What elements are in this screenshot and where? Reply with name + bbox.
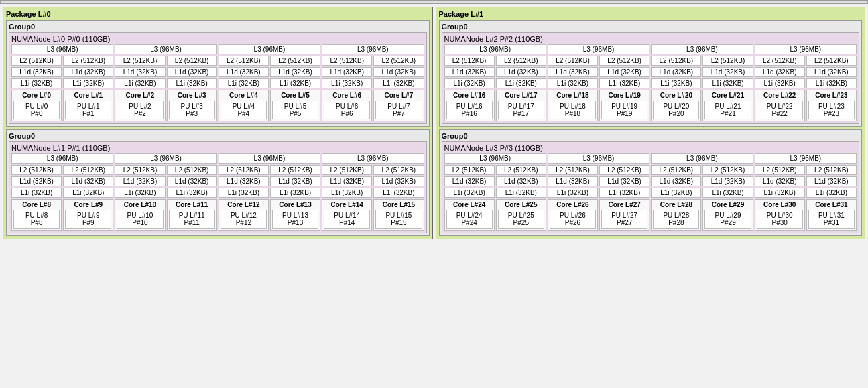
core-label: Core L#21 [704,92,751,99]
l1d-cell: L1d (32KB) [63,67,113,77]
pu-block: PU L#22 P#22 [757,101,803,119]
l2-cell: L2 (512KB) [270,56,320,66]
core-label: Core L#4 [221,92,267,99]
pu-block: PU L#13 P#13 [272,210,318,229]
l2-row: L2 (512KB)L2 (512KB)L2 (512KB)L2 (512KB)… [444,56,857,66]
pu-block: PU L#10 P#10 [117,210,163,229]
l3-cell: L3 (96MB) [322,44,424,54]
l1i-cell: L1i (32KB) [373,78,424,88]
l2-cell: L2 (512KB) [548,165,598,175]
l2-cell: L2 (512KB) [11,165,62,175]
core-label: Core L#26 [550,201,596,208]
l1i-cell: L1i (32KB) [651,78,701,88]
core-block: Core L#31PU L#31 P#31 [806,199,857,231]
l2-cell: L2 (512KB) [63,165,113,175]
group-title: Group0 [442,132,860,140]
l2-cell: L2 (512KB) [599,56,649,66]
group: Group0NUMANode L#0 P#0 (110GB)L3 (96MB)L… [6,20,430,127]
core-block: Core L#17PU L#17 P#17 [496,90,546,121]
l1d-row: L1d (32KB)L1d (32KB)L1d (32KB)L1d (32KB)… [444,67,857,77]
core-block: Core L#25PU L#25 P#25 [496,199,546,231]
pu-block: PU L#18 P#18 [550,101,596,119]
l1d-cell: L1d (32KB) [270,176,320,186]
l3-cell: L3 (96MB) [115,153,216,164]
numa-node: NUMANode L#1 P#1 (110GB)L3 (96MB)L3 (96M… [9,141,427,233]
pu-block: PU L#31 P#31 [808,210,855,229]
core-block: Core L#18PU L#18 P#18 [548,90,598,121]
l3-cell: L3 (96MB) [651,44,753,54]
l1i-cell: L1i (32KB) [11,188,62,198]
numa-node: NUMANode L#2 P#2 (110GB)L3 (96MB)L3 (96M… [442,32,860,124]
l3-cell: L3 (96MB) [219,153,320,164]
group-title: Group0 [442,23,860,31]
l1i-cell: L1i (32KB) [496,78,546,88]
core-block: Core L#9PU L#9 P#9 [63,199,113,231]
l1i-cell: L1i (32KB) [806,78,857,88]
core-label: Core L#8 [13,201,60,208]
pu-block: PU L#7 P#7 [375,101,422,119]
l1i-cell: L1i (32KB) [806,188,857,198]
l3-cell: L3 (96MB) [11,153,113,164]
core-block: Core L#16PU L#16 P#16 [444,90,495,121]
core-label: Core L#11 [169,201,215,208]
numa-title: NUMANode L#0 P#0 (110GB) [11,35,424,43]
l1i-cell: L1i (32KB) [755,78,805,88]
l3-cell: L3 (96MB) [444,153,546,164]
l1d-cell: L1d (32KB) [702,67,753,77]
core-label: Core L#14 [324,201,370,208]
core-block: Core L#27PU L#27 P#27 [599,199,649,231]
core-block: Core L#24PU L#24 P#24 [444,199,495,231]
pu-block: PU L#3 P#3 [169,101,215,119]
l1i-cell: L1i (32KB) [63,188,113,198]
l1d-cell: L1d (32KB) [651,67,701,77]
group-title: Group0 [9,23,427,31]
l1d-cell: L1d (32KB) [11,67,62,77]
l2-cell: L2 (512KB) [167,56,217,66]
l3-cell: L3 (96MB) [444,44,546,54]
pu-block: PU L#27 P#27 [601,210,647,229]
core-block: Core L#8PU L#8 P#8 [11,199,62,231]
pu-block: PU L#25 P#25 [498,210,544,229]
l1i-cell: L1i (32KB) [167,188,217,198]
l1i-cell: L1i (32KB) [702,78,753,88]
group: Group0NUMANode L#1 P#1 (110GB)L3 (96MB)L… [6,129,430,236]
pu-block: PU L#17 P#17 [498,101,544,119]
l3-cell: L3 (96MB) [115,44,216,54]
l1i-row: L1i (32KB)L1i (32KB)L1i (32KB)L1i (32KB)… [444,78,857,88]
core-label: Core L#30 [757,201,803,208]
l1d-cell: L1d (32KB) [115,67,165,77]
l1i-cell: L1i (32KB) [167,78,217,88]
cores-row: Core L#16PU L#16 P#16Core L#17PU L#17 P#… [444,90,857,121]
l1d-row: L1d (32KB)L1d (32KB)L1d (32KB)L1d (32KB)… [11,176,424,186]
core-label: Core L#12 [221,201,267,208]
numa-node: NUMANode L#0 P#0 (110GB)L3 (96MB)L3 (96M… [9,32,427,124]
core-label: Core L#19 [601,92,647,99]
core-label: Core L#15 [375,201,422,208]
core-block: Core L#21PU L#21 P#21 [702,90,753,121]
l2-cell: L2 (512KB) [115,56,165,66]
l1i-cell: L1i (32KB) [322,78,372,88]
pu-block: PU L#6 P#6 [324,101,370,119]
l1d-cell: L1d (32KB) [444,67,495,77]
l3-row: L3 (96MB)L3 (96MB)L3 (96MB)L3 (96MB) [11,153,424,164]
l3-cell: L3 (96MB) [322,153,424,164]
l2-cell: L2 (512KB) [755,56,805,66]
pu-block: PU L#8 P#8 [13,210,60,229]
core-block: Core L#29PU L#29 P#29 [702,199,753,231]
pu-block: PU L#24 P#24 [446,210,493,229]
pu-block: PU L#29 P#29 [704,210,751,229]
l2-cell: L2 (512KB) [806,56,857,66]
core-label: Core L#0 [13,92,60,99]
l3-cell: L3 (96MB) [11,44,113,54]
numa-node: NUMANode L#3 P#3 (110GB)L3 (96MB)L3 (96M… [442,141,860,233]
pu-block: PU L#21 P#21 [704,101,751,119]
numa-title: NUMANode L#1 P#1 (110GB) [11,144,424,152]
l1d-cell: L1d (32KB) [599,67,649,77]
core-block: Core L#20PU L#20 P#20 [651,90,701,121]
core-label: Core L#27 [601,201,647,208]
core-block: Core L#1PU L#1 P#1 [63,90,113,121]
l2-cell: L2 (512KB) [651,165,701,175]
l2-cell: L2 (512KB) [702,165,753,175]
l1d-cell: L1d (32KB) [167,67,217,77]
group: Group0NUMANode L#3 P#3 (110GB)L3 (96MB)L… [439,129,863,236]
